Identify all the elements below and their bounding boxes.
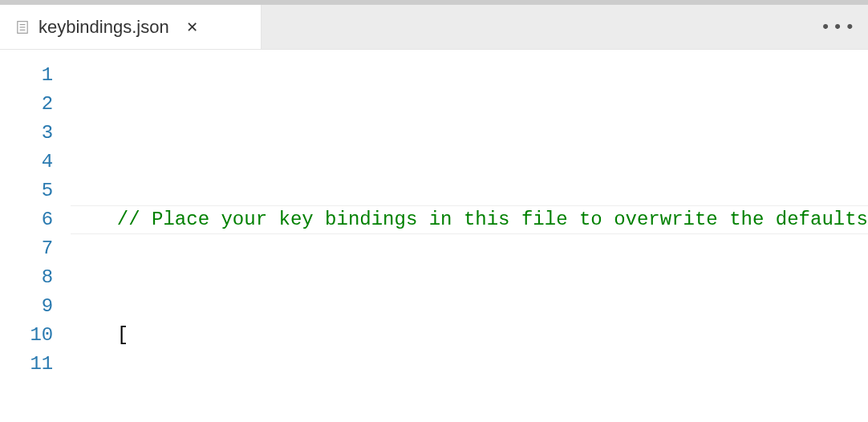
- line-number: 5: [0, 177, 53, 205]
- line-number: 3: [0, 119, 53, 148]
- line-number: 4: [0, 148, 53, 177]
- line-number: 8: [0, 263, 53, 292]
- line-number: 6: [0, 205, 53, 234]
- line-number: 2: [0, 90, 53, 119]
- tab-label: keybindings.json: [39, 17, 169, 38]
- overflow-menu-icon[interactable]: •••: [820, 18, 857, 38]
- file-icon: [14, 19, 30, 35]
- comment-token: // Place your key bindings in this file …: [117, 209, 868, 230]
- bracket-open: [: [117, 324, 128, 346]
- editor[interactable]: 1 2 3 4 5 6 7 8 9 10 11 // Place your ke…: [0, 50, 868, 422]
- line-number: 7: [0, 234, 53, 263]
- line-number: 10: [0, 321, 53, 350]
- code-area[interactable]: // Place your key bindings in this file …: [71, 50, 868, 422]
- code-line: [: [71, 321, 868, 350]
- code-line: // Place your key bindings in this file …: [71, 205, 868, 234]
- line-number: 1: [0, 61, 53, 90]
- tab-bar: keybindings.json ✕ •••: [0, 5, 868, 50]
- line-number: 9: [0, 292, 53, 321]
- close-icon[interactable]: ✕: [182, 17, 203, 38]
- tab-keybindings[interactable]: keybindings.json ✕: [0, 5, 262, 49]
- line-number: 11: [0, 350, 53, 379]
- gutter: 1 2 3 4 5 6 7 8 9 10 11: [0, 50, 71, 422]
